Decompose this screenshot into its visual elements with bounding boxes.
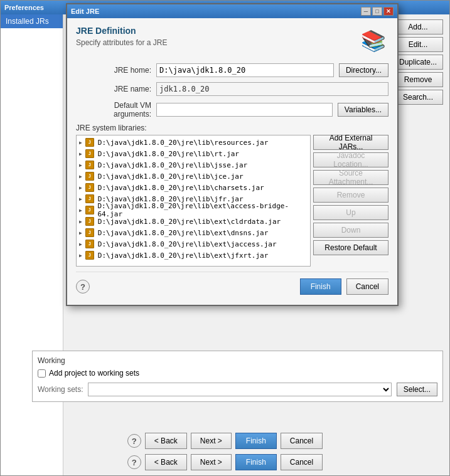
add-external-jars-button[interactable]: Add External JARs... xyxy=(313,135,388,150)
titlebar-controls: ─ □ ✕ xyxy=(361,7,394,16)
dialog-body: JRE Definition Specify attributes for a … xyxy=(67,18,397,305)
finish-button-sub[interactable]: Finish xyxy=(235,433,277,449)
jar-icon: J xyxy=(85,250,95,260)
sidebar-item-installed-jrs[interactable]: Installed JRs xyxy=(1,14,63,28)
expand-arrow-icon: ▶ xyxy=(79,230,82,236)
library-path: D:\java\jdk1.8.0_20\jre\lib\ext\jaccess.… xyxy=(98,240,277,248)
restore-default-button[interactable]: Restore Default xyxy=(313,240,388,255)
expand-arrow-icon: ▶ xyxy=(79,185,82,191)
library-item[interactable]: ▶JD:\java\jdk1.8.0_20\jre\lib\rt.jar xyxy=(77,148,310,159)
expand-arrow-icon: ▶ xyxy=(79,151,82,157)
cancel-button-sub[interactable]: Cancel xyxy=(281,433,323,449)
library-item[interactable]: ▶JD:\java\jdk1.8.0_20\jre\lib\resources.… xyxy=(77,137,310,148)
footer-left: ? xyxy=(76,280,295,294)
library-path: D:\java\jdk1.8.0_20\jre\lib\ext\dnsns.ja… xyxy=(98,229,269,237)
library-item[interactable]: ▶JD:\java\jdk1.8.0_20\jre\lib\jsse.jar xyxy=(77,159,310,171)
help-icon-bottom[interactable]: ? xyxy=(127,455,141,469)
working-sets-title: Working xyxy=(38,356,437,365)
minimize-button[interactable]: ─ xyxy=(361,7,371,16)
default-vm-row: Default VM arguments: Variables... xyxy=(76,101,388,119)
next-button-sub[interactable]: Next > xyxy=(191,433,232,449)
library-path: D:\java\jdk1.8.0_20\jre\lib\ext\access-b… xyxy=(97,202,308,218)
working-sets-combo[interactable] xyxy=(88,383,391,396)
library-item[interactable]: ▶JD:\java\jdk1.8.0_20\jre\lib\charsets.j… xyxy=(77,182,310,193)
library-path: D:\java\jdk1.8.0_20\jre\lib\rt.jar xyxy=(98,150,239,158)
jre-home-input[interactable] xyxy=(156,63,334,77)
working-sets-panel: Working Add project to working sets Work… xyxy=(32,351,443,402)
source-attachment-button[interactable]: Source Attachment... xyxy=(313,170,388,185)
variables-button[interactable]: Variables... xyxy=(338,103,388,117)
expand-arrow-icon: ▶ xyxy=(79,253,82,258)
select-working-sets-button[interactable]: Select... xyxy=(397,383,437,396)
add-to-working-sets-row: Add project to working sets xyxy=(38,369,437,378)
libraries-container: ▶JD:\java\jdk1.8.0_20\jre\lib\resources.… xyxy=(76,135,388,267)
close-button[interactable]: ✕ xyxy=(383,7,394,16)
working-sets-select-row: Working sets: Select... xyxy=(38,383,437,396)
jar-icon: J xyxy=(85,216,95,226)
sub-help-icon[interactable]: ? xyxy=(127,434,141,448)
library-path: D:\java\jdk1.8.0_20\jre\lib\ext\jfxrt.ja… xyxy=(98,251,269,260)
duplicate-button[interactable]: Duplicate... xyxy=(393,55,443,70)
library-item[interactable]: ▶JD:\java\jdk1.8.0_20\jre\lib\ext\dnsns.… xyxy=(77,227,310,238)
dialog-finish-button[interactable]: Finish xyxy=(300,278,341,295)
side-buttons: Add External JARs... Javadoc Location...… xyxy=(313,135,388,267)
library-path: D:\java\jdk1.8.0_20\jre\lib\jce.jar xyxy=(98,172,244,181)
libraries-list[interactable]: ▶JD:\java\jdk1.8.0_20\jre\lib\resources.… xyxy=(77,135,310,266)
libraries-list-wrapper: ▶JD:\java\jdk1.8.0_20\jre\lib\resources.… xyxy=(76,135,311,267)
default-vm-label: Default VM arguments: xyxy=(76,101,151,119)
default-vm-input[interactable] xyxy=(156,103,333,117)
expand-arrow-icon: ▶ xyxy=(79,219,82,225)
library-path: D:\java\jdk1.8.0_20\jre\lib\charsets.jar xyxy=(98,184,264,192)
jar-icon: J xyxy=(85,239,95,249)
jre-name-label: JRE name: xyxy=(76,85,151,93)
expand-arrow-icon: ▶ xyxy=(79,241,82,247)
edit-button[interactable]: Edit... xyxy=(393,37,443,52)
back-button-sub[interactable]: < Back xyxy=(145,433,187,449)
back-button[interactable]: < Back xyxy=(145,454,187,470)
library-item[interactable]: ▶JD:\java\jdk1.8.0_20\jre\lib\ext\cldrda… xyxy=(77,216,310,227)
library-path: D:\java\jdk1.8.0_20\jre\lib\ext\cldrdata… xyxy=(98,218,281,226)
remove-button[interactable]: Remove xyxy=(393,72,443,87)
jar-icon: J xyxy=(85,182,95,193)
library-item[interactable]: ▶JD:\java\jdk1.8.0_20\jre\lib\ext\jfxrt.… xyxy=(77,250,310,261)
dialog-cancel-button[interactable]: Cancel xyxy=(346,278,388,295)
next-button[interactable]: Next > xyxy=(191,454,232,470)
up-button[interactable]: Up xyxy=(313,205,388,220)
directory-button[interactable]: Directory... xyxy=(339,63,388,77)
jar-icon: J xyxy=(85,194,95,204)
library-path: D:\java\jdk1.8.0_20\jre\lib\jsse.jar xyxy=(98,161,247,169)
library-item[interactable]: ▶JD:\java\jdk1.8.0_20\jre\lib\jce.jar xyxy=(77,171,310,182)
jre-icon: 📚 xyxy=(358,26,388,56)
preferences-sidebar: Installed JRs xyxy=(1,14,63,475)
expand-arrow-icon: ▶ xyxy=(79,196,82,202)
expand-arrow-icon: ▶ xyxy=(79,174,82,179)
jar-icon: J xyxy=(85,149,95,159)
dialog-header-subtitle: Specify attributes for a JRE xyxy=(76,38,167,47)
add-to-working-sets-checkbox[interactable] xyxy=(38,369,46,378)
add-to-working-sets-label: Add project to working sets xyxy=(49,369,139,378)
jar-icon: J xyxy=(85,160,95,170)
search-button[interactable]: Search... xyxy=(393,90,443,105)
dialog-help-icon[interactable]: ? xyxy=(76,280,90,294)
right-buttons-panel: Add... Edit... Duplicate... Remove Searc… xyxy=(393,19,443,105)
dialog-header: JRE Definition Specify attributes for a … xyxy=(76,26,388,56)
library-item[interactable]: ▶JD:\java\jdk1.8.0_20\jre\lib\ext\jacces… xyxy=(77,238,310,250)
add-button[interactable]: Add... xyxy=(393,19,443,34)
maximize-button[interactable]: □ xyxy=(372,7,382,16)
dialog-title: Edit JRE xyxy=(71,8,99,15)
dialog-header-text: JRE Definition Specify attributes for a … xyxy=(76,26,167,47)
library-path: D:\java\jdk1.8.0_20\jre\lib\resources.ja… xyxy=(98,139,269,147)
jre-name-value: jdk1.8.0_20 xyxy=(156,82,388,96)
edit-jre-dialog: Edit JRE ─ □ ✕ JRE Definition Specify at… xyxy=(66,3,399,306)
dialog-footer: ? Finish Cancel xyxy=(76,272,388,297)
working-sets-label: Working sets: xyxy=(38,385,83,394)
expand-arrow-icon: ▶ xyxy=(79,208,82,213)
library-item[interactable]: ▶JD:\java\jdk1.8.0_20\jre\lib\ext\access… xyxy=(77,204,310,216)
cancel-button[interactable]: Cancel xyxy=(281,454,323,470)
dialog-titlebar: Edit JRE ─ □ ✕ xyxy=(67,4,397,18)
finish-button[interactable]: Finish xyxy=(235,454,277,470)
javadoc-location-button[interactable]: Javadoc Location... xyxy=(313,152,388,167)
down-button[interactable]: Down xyxy=(313,223,388,238)
preferences-title: Preferences xyxy=(4,4,44,11)
remove-lib-button[interactable]: Remove xyxy=(313,188,388,203)
